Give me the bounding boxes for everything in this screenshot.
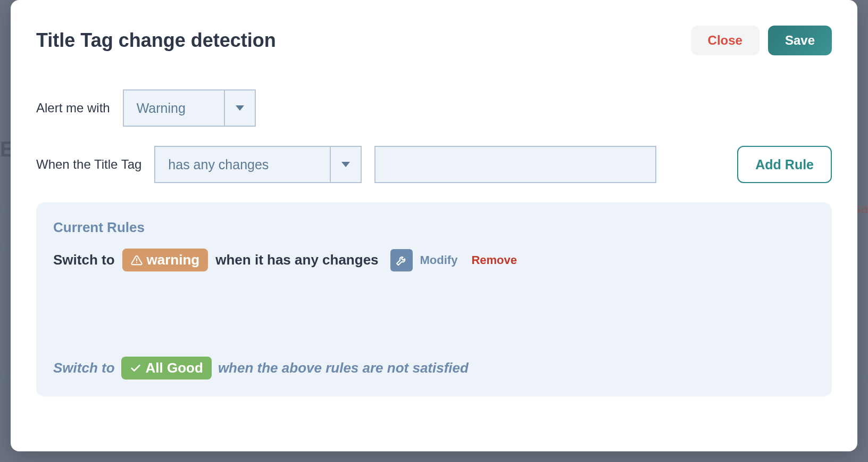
chevron-down-icon[interactable] bbox=[331, 147, 361, 182]
current-rules-heading: Current Rules bbox=[53, 219, 815, 236]
modify-icon-button[interactable] bbox=[390, 249, 413, 271]
close-button[interactable]: Close bbox=[691, 26, 760, 55]
condition-label: When the Title Tag bbox=[36, 157, 141, 172]
fallback-suffix: when the above rules are not satisfied bbox=[218, 360, 469, 376]
fallback-rule-row: Switch to All Good when the above rules … bbox=[53, 357, 815, 380]
modify-link[interactable]: Modify bbox=[420, 253, 458, 267]
condition-value: has any changes bbox=[155, 147, 331, 182]
warning-triangle-icon bbox=[131, 254, 143, 266]
bg-frag: a bbox=[861, 369, 868, 384]
modal-title: Title Tag change detection bbox=[36, 29, 276, 52]
check-icon bbox=[130, 362, 141, 374]
all-good-badge-label: All Good bbox=[146, 360, 203, 376]
fallback-prefix: Switch to bbox=[53, 360, 115, 376]
bg-frag: a bbox=[0, 201, 9, 218]
alert-level-value: Warning bbox=[124, 90, 225, 126]
wrench-icon bbox=[395, 254, 408, 267]
save-button[interactable]: Save bbox=[768, 26, 832, 55]
warning-badge-label: warning bbox=[147, 252, 200, 268]
rule-suffix: when it has any changes bbox=[215, 252, 378, 268]
alert-level-select[interactable]: Warning bbox=[123, 89, 256, 127]
current-rules-panel: Current Rules Switch to warning when it … bbox=[36, 202, 832, 397]
header-buttons: Close Save bbox=[691, 26, 832, 55]
add-rule-button[interactable]: Add Rule bbox=[737, 146, 832, 183]
rule-row: Switch to warning when it has any change… bbox=[53, 249, 815, 271]
modal-header: Title Tag change detection Close Save bbox=[36, 26, 832, 55]
bg-frag: u bbox=[0, 238, 9, 255]
condition-text-input[interactable] bbox=[374, 146, 656, 183]
row-alert-me-with: Alert me with Warning bbox=[36, 89, 832, 127]
all-good-badge: All Good bbox=[121, 357, 212, 380]
remove-link[interactable]: Remove bbox=[471, 253, 517, 267]
alert-label: Alert me with bbox=[36, 101, 110, 116]
rule-prefix: Switch to bbox=[53, 252, 115, 268]
row-condition: When the Title Tag has any changes Add R… bbox=[36, 146, 832, 183]
chevron-down-icon[interactable] bbox=[225, 90, 255, 126]
dialog-title-tag-change-detection: Title Tag change detection Close Save Al… bbox=[11, 0, 857, 451]
bg-frag: ip bbox=[0, 367, 12, 384]
condition-select[interactable]: has any changes bbox=[154, 146, 362, 183]
warning-badge: warning bbox=[122, 249, 208, 271]
